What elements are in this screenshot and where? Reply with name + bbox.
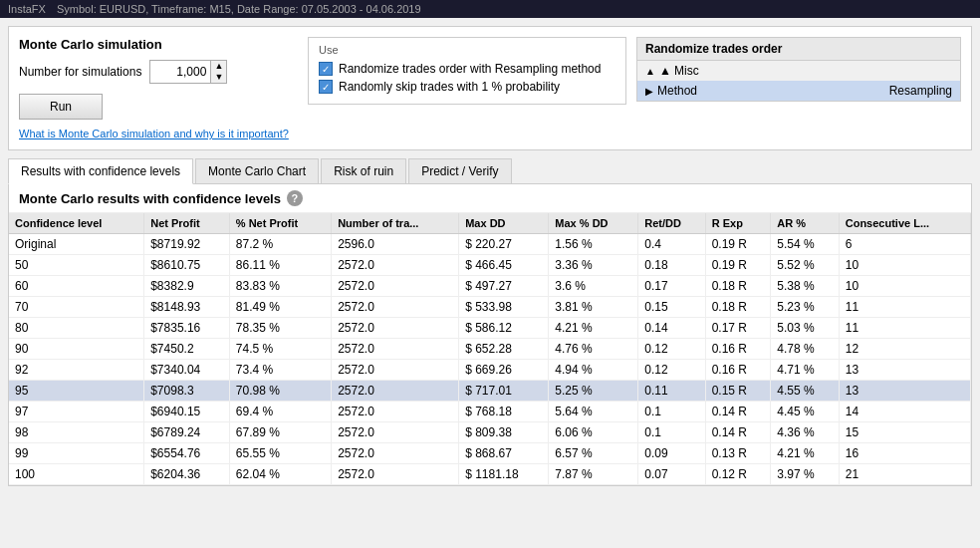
table-cell: 78.35 % xyxy=(229,318,331,339)
table-cell: 0.07 xyxy=(638,464,705,485)
checkbox2[interactable] xyxy=(319,80,333,94)
table-cell: 2572.0 xyxy=(332,276,459,297)
table-cell: 99 xyxy=(9,443,144,464)
table-cell: 0.12 xyxy=(638,339,705,360)
table-cell: $ 497.27 xyxy=(459,276,549,297)
table-cell: 2572.0 xyxy=(332,402,459,422)
tab-chart[interactable]: Monte Carlo Chart xyxy=(195,158,319,183)
table-cell: 70 xyxy=(9,297,144,318)
table-header-row: Confidence level Net Profit % Net Profit… xyxy=(9,213,971,234)
title-info: Symbol: EURUSD, Timeframe: M15, Date Ran… xyxy=(57,3,421,15)
table-cell: 0.15 xyxy=(638,297,705,318)
table-row: 90$7450.274.5 %2572.0$ 652.284.76 %0.120… xyxy=(9,339,971,360)
mc-info-link[interactable]: What is Monte Carlo simulation and why i… xyxy=(19,128,298,139)
table-cell: 0.1 xyxy=(638,402,705,422)
tab-ruin[interactable]: Risk of ruin xyxy=(321,158,406,183)
table-cell: 2572.0 xyxy=(332,360,459,381)
table-cell: 0.15 R xyxy=(705,381,771,402)
table-cell: 3.97 % xyxy=(771,464,839,485)
table-cell: 1.56 % xyxy=(549,234,638,255)
table-cell: $6204.36 xyxy=(144,464,230,485)
method-row: ▶ Method Resampling xyxy=(637,81,960,101)
table-cell: 0.1 xyxy=(638,422,705,443)
table-cell: 97 xyxy=(9,402,144,422)
table-cell: 12 xyxy=(839,339,970,360)
table-cell: 6.06 % xyxy=(549,422,638,443)
table-cell: $ 669.26 xyxy=(459,360,549,381)
table-cell: 81.49 % xyxy=(229,297,331,318)
table-cell: 98 xyxy=(9,422,144,443)
spinner-buttons: ▲ ▼ xyxy=(210,61,226,83)
table-cell: $ 809.38 xyxy=(459,422,549,443)
tabs: Results with confidence levels Monte Car… xyxy=(8,158,972,184)
table-cell: $ 652.28 xyxy=(459,339,549,360)
table-cell: 5.54 % xyxy=(771,234,839,255)
table-cell: 0.09 xyxy=(638,443,705,464)
spinner-up[interactable]: ▲ xyxy=(211,61,226,72)
table-cell: 5.25 % xyxy=(549,381,638,402)
table-row: 99$6554.7665.55 %2572.0$ 868.676.57 %0.0… xyxy=(9,443,971,464)
table-cell: 7.87 % xyxy=(549,464,638,485)
method-label: Method xyxy=(657,84,853,98)
table-cell: 69.4 % xyxy=(229,402,331,422)
table-cell: 50 xyxy=(9,255,144,276)
col-ar-pct: AR % xyxy=(771,213,839,234)
table-cell: 0.19 R xyxy=(705,255,771,276)
table-cell: 5.64 % xyxy=(549,402,638,422)
table-cell: 80 xyxy=(9,318,144,339)
table-cell: 0.16 R xyxy=(705,339,771,360)
table-row: 80$7835.1678.35 %2572.0$ 586.124.21 %0.1… xyxy=(9,318,971,339)
table-cell: $6940.15 xyxy=(144,402,230,422)
table-cell: 0.18 xyxy=(638,255,705,276)
checkbox1[interactable] xyxy=(319,62,333,76)
table-cell: 0.12 xyxy=(638,360,705,381)
table-cell: 87.2 % xyxy=(229,234,331,255)
table-cell: $ 717.01 xyxy=(459,381,549,402)
table-cell: 21 xyxy=(839,464,970,485)
table-cell: $ 768.18 xyxy=(459,402,549,422)
table-cell: 4.78 % xyxy=(771,339,839,360)
table-cell: 15 xyxy=(839,422,970,443)
table-cell: 74.5 % xyxy=(229,339,331,360)
table-cell: 4.36 % xyxy=(771,422,839,443)
table-cell: $ 220.27 xyxy=(459,234,549,255)
table-row: Original$8719.9287.2 %2596.0$ 220.271.56… xyxy=(9,234,971,255)
col-ret-dd: Ret/DD xyxy=(638,213,705,234)
table-cell: $7098.3 xyxy=(144,381,230,402)
checkbox1-label: Randomize trades order with Resampling m… xyxy=(339,62,601,76)
mc-panel: Monte Carlo simulation Number for simula… xyxy=(8,26,972,150)
table-cell: $ 868.67 xyxy=(459,443,549,464)
col-net-profit: Net Profit xyxy=(144,213,230,234)
tab-predict[interactable]: Predict / Verify xyxy=(408,158,511,183)
num-sims-input[interactable] xyxy=(150,63,210,81)
tab-results[interactable]: Results with confidence levels xyxy=(8,158,193,184)
table-cell: 100 xyxy=(9,464,144,485)
table-cell: 2572.0 xyxy=(332,422,459,443)
table-row: 100$6204.3662.04 %2572.0$ 1181.187.87 %0… xyxy=(9,464,971,485)
misc-arrow: ▲ xyxy=(645,66,655,77)
table-row: 95$7098.370.98 %2572.0$ 717.015.25 %0.11… xyxy=(9,381,971,402)
col-confidence: Confidence level xyxy=(9,213,144,234)
run-button[interactable]: Run xyxy=(19,94,103,120)
misc-label: ▲ Misc xyxy=(659,64,952,78)
table-cell: 0.13 R xyxy=(705,443,771,464)
table-cell: 4.76 % xyxy=(549,339,638,360)
app-name: InstaFX xyxy=(8,3,46,15)
table-cell: 2572.0 xyxy=(332,464,459,485)
results-title: Monte Carlo results with confidence leve… xyxy=(19,191,281,206)
table-cell: 5.23 % xyxy=(771,297,839,318)
misc-row: ▲ ▲ Misc xyxy=(637,61,960,81)
table-cell: 60 xyxy=(9,276,144,297)
table-cell: $6789.24 xyxy=(144,422,230,443)
table-cell: 0.14 xyxy=(638,318,705,339)
spinner-down[interactable]: ▼ xyxy=(211,72,226,83)
num-sims-label: Number for simulations xyxy=(19,65,141,79)
col-consec-l: Consecutive L... xyxy=(839,213,970,234)
results-header: Monte Carlo results with confidence leve… xyxy=(9,184,971,213)
col-num-trades: Number of tra... xyxy=(332,213,459,234)
help-icon[interactable]: ? xyxy=(287,190,303,206)
col-r-exp: R Exp xyxy=(705,213,771,234)
table-cell: 0.14 R xyxy=(705,422,771,443)
table-cell: 2572.0 xyxy=(332,255,459,276)
num-sims-spinner[interactable]: ▲ ▼ xyxy=(149,60,227,84)
